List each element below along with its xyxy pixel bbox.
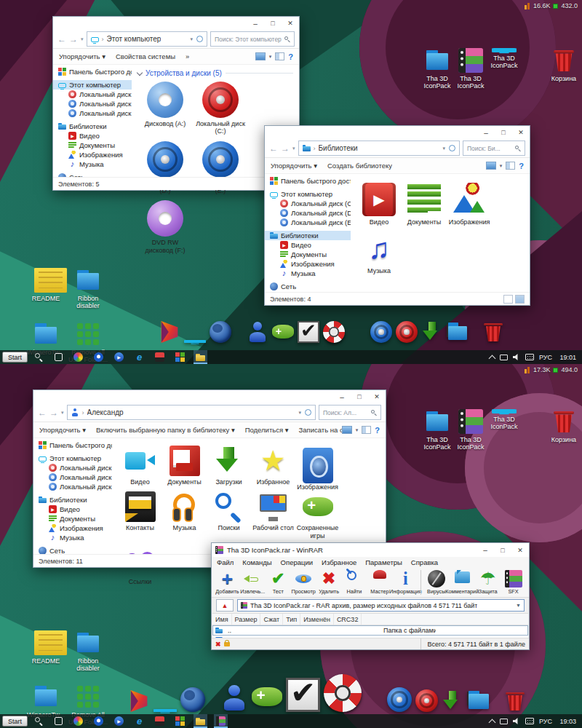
toolbar-button[interactable]: Поделиться ▾ [245,426,289,434]
sidebar-item[interactable]: Документы [33,514,112,523]
start-button[interactable]: Start [2,352,28,363]
sidebar-item[interactable]: Панель быстрого досту [265,176,351,186]
desktop-icon[interactable]: Tha 3D IconPack [454,409,487,451]
sidebar-item[interactable]: Сеть [265,282,351,291]
toolbar-button[interactable]: SFX [501,570,526,595]
sidebar-item[interactable]: Документы [265,250,351,259]
change-view-icon[interactable] [342,426,352,434]
preview-pane-icon[interactable] [275,52,284,60]
sidebar-item[interactable]: Видео [265,240,351,250]
sidebar-item[interactable]: Локальный диск (E:) [53,108,132,118]
taskbar-app[interactable] [173,714,187,728]
view-caret-icon[interactable]: ▾ [500,163,503,169]
refresh-icon[interactable] [196,36,203,42]
taskbar-app[interactable] [52,714,65,728]
desktop-icon[interactable]: Tha 3D IconPack [487,409,521,431]
sidebar-item[interactable]: Музыка [33,533,112,542]
menu-item[interactable]: Избранное [322,558,356,566]
taskbar-app[interactable] [214,714,228,728]
sidebar-item[interactable]: Локальный диск (E:) [33,482,112,491]
maximize-icon[interactable] [495,126,512,139]
close-icon[interactable] [368,390,386,403]
file-item[interactable]: Дисковод (A:) [137,82,193,135]
search-input[interactable]: Поиск: Би... [463,141,525,156]
maximize-icon[interactable] [494,543,511,557]
refresh-icon[interactable] [449,145,455,151]
dock-item[interactable] [210,321,231,346]
file-item[interactable]: Изображения [447,183,492,226]
file-item[interactable]: Музыка [356,232,402,274]
dock-item[interactable] [323,321,345,346]
address-bar[interactable]: › Библиотеки ▾ [298,141,460,156]
forward-icon[interactable]: → [281,144,290,153]
file-item[interactable]: Документы [162,446,207,486]
taskbar-app[interactable] [112,350,126,364]
tray-chevron-icon[interactable] [489,355,496,362]
sidebar-item[interactable]: Панель быстрого досту [53,67,132,76]
dock-item[interactable] [324,674,362,715]
help-icon[interactable]: ? [519,162,524,170]
desktop-icon[interactable]: README [25,268,67,302]
desktop-icon[interactable]: Tha 3D IconPack [487,48,521,70]
help-icon[interactable]: ? [375,426,380,435]
toolbar-button[interactable]: Тест [266,570,291,595]
close-icon[interactable] [511,543,529,557]
network-icon[interactable] [500,719,508,724]
sidebar-item[interactable]: Локальный диск (C:) [265,199,351,208]
network-icon[interactable] [500,355,508,360]
refresh-icon[interactable] [305,409,311,416]
toolbar-button[interactable]: Удалить [316,570,342,595]
toolbar-button[interactable]: Упорядочить ▾ [39,426,86,434]
sidebar-item[interactable]: Локальный диск (C:) [53,90,132,99]
menu-item[interactable]: Команды [242,558,271,566]
file-item[interactable]: Локальный диск (C:) [193,82,248,135]
clock[interactable]: 19:03 [557,718,576,725]
taskbar-app[interactable] [153,714,167,728]
menu-item[interactable]: Операции [281,558,313,566]
sidebar-item[interactable]: Локальный диск (D:) [33,472,112,482]
dock-item[interactable] [272,321,294,346]
toolbar-button[interactable]: Упорядочить ▾ [59,52,105,60]
touch-keyboard-icon[interactable] [525,354,534,360]
search-input[interactable]: Поиск: Этот компьютер [210,31,295,47]
taskbar-app[interactable] [173,350,187,364]
toolbar-button[interactable]: Комментарий [449,570,475,595]
preview-pane-icon[interactable] [362,426,371,434]
dock-item[interactable] [180,687,205,715]
toolbar-button[interactable]: Упорядочить ▾ [271,162,317,170]
tray-chevron-icon[interactable] [489,719,496,726]
toolbar-button[interactable]: Добавить [215,570,240,595]
minimize-icon[interactable] [333,390,351,403]
close-icon[interactable] [512,126,530,139]
dock-item[interactable] [482,321,504,346]
file-item[interactable]: Музыка [162,491,207,539]
up-directory-icon[interactable]: ▲ [216,599,234,612]
dock-item[interactable] [252,681,282,715]
preview-pane-icon[interactable] [506,162,515,170]
taskbar-app[interactable] [153,350,167,364]
minimize-icon[interactable] [477,126,495,139]
address-caret-icon[interactable]: ▾ [298,410,301,416]
taskbar-app[interactable] [132,714,146,728]
column-header[interactable]: CRC32 [334,614,362,625]
file-item[interactable]: Изображения [295,446,340,486]
change-view-icon[interactable] [486,162,496,170]
thumbnail-view-icon[interactable] [515,295,525,304]
archive-path-combo[interactable]: Tha 3D IconPack.rar - RAR архив, размер … [237,599,525,612]
dock-item[interactable] [286,678,320,715]
sidebar-item[interactable]: Видео [33,505,112,514]
desktop-icon[interactable]: Tha 3D IconPack [420,48,454,90]
toolbar-button[interactable]: Включить выбранную папку в библиотеку ▾ [96,426,235,434]
toolbar-button[interactable]: Извлечь... [240,570,266,595]
dock-item[interactable] [298,321,319,346]
desktop-icon[interactable]: Ribbon disabler [67,268,109,310]
sidebar-item[interactable]: Изображения [265,259,351,269]
collapse-chevron-icon[interactable] [137,69,143,75]
menu-item[interactable]: Справка [411,558,438,566]
address-bar[interactable]: › Александр ▾ [67,405,316,420]
sidebar-item[interactable]: Библиотеки [265,231,351,240]
sidebar-item[interactable]: Библиотеки [33,495,112,505]
forward-icon[interactable]: → [49,408,58,417]
menu-item[interactable]: Параметры [365,558,402,566]
dock-item[interactable] [128,690,150,715]
